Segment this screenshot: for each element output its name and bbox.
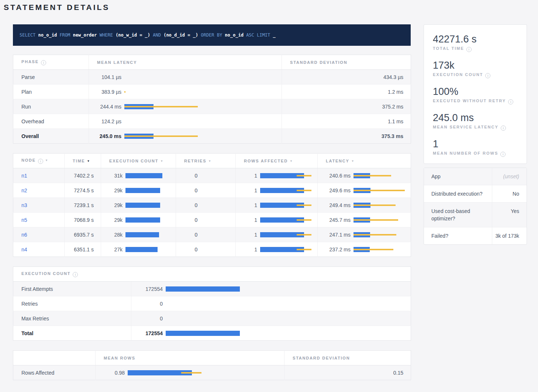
rows-bar bbox=[260, 232, 317, 237]
execution-count-title: EXECUTION COUNTi bbox=[13, 267, 411, 282]
phase-label: Overall bbox=[13, 129, 89, 144]
node-link[interactable]: n3 bbox=[21, 202, 27, 208]
node-count-value: 29k bbox=[101, 188, 123, 193]
exec-row-total: Total 172554 bbox=[13, 326, 411, 341]
phase-row-overall: Overall 245.0 ms 375.3 ms bbox=[13, 129, 411, 144]
sort-arrow-icon: ▼ bbox=[160, 159, 164, 163]
std-dev-value: 375.2 ms bbox=[282, 99, 411, 114]
node-link[interactable]: n6 bbox=[21, 232, 27, 238]
rows-affected-table: MEAN ROWS STANDARD DEVIATION Rows Affect… bbox=[13, 350, 411, 380]
mean-latency-column-header: MEAN LATENCY bbox=[89, 55, 282, 70]
stat-label-text: MEAN SERVICE LATENCY bbox=[433, 125, 499, 129]
node-link[interactable]: n5 bbox=[21, 217, 27, 223]
node-column-header[interactable]: NODEi▼ bbox=[13, 154, 65, 168]
count-bar bbox=[166, 301, 411, 306]
node-link[interactable]: n4 bbox=[21, 247, 27, 252]
node-rows-value: 1 bbox=[236, 173, 257, 179]
latency-bar bbox=[354, 217, 411, 223]
rows-affected-label: Rows Affected bbox=[13, 365, 96, 380]
latency-header-label: LATENCY bbox=[326, 159, 349, 163]
node-retries-value: 0 bbox=[176, 242, 236, 257]
sort-arrow-icon: ▼ bbox=[87, 159, 90, 163]
sql-statement: SELECT no_o_id FROM new_order WHERE (no_… bbox=[20, 32, 276, 38]
latency-bar bbox=[354, 173, 411, 178]
count-bar bbox=[125, 173, 176, 178]
rows-bar bbox=[260, 188, 317, 193]
detail-value: (unset) bbox=[492, 168, 527, 185]
node-rows-value: 1 bbox=[236, 188, 257, 193]
summary-stats-card: 42271.6 s TOTAL TIMEi 173k EXECUTION COU… bbox=[424, 24, 527, 164]
rows-affected-row: Rows Affected 0.98 0.15 bbox=[13, 365, 411, 380]
sql-statement-box: SELECT no_o_id FROM new_order WHERE (no_… bbox=[13, 24, 411, 46]
statement-details-page: STATEMENT DETAILS SELECT no_o_id FROM ne… bbox=[0, 0, 538, 390]
info-icon[interactable]: i bbox=[485, 73, 490, 78]
exec-row-value: 172554 bbox=[131, 330, 163, 336]
node-count-value: 28k bbox=[101, 232, 123, 238]
info-icon[interactable]: i bbox=[500, 152, 506, 157]
count-bar bbox=[125, 247, 176, 252]
node-retries-value: 0 bbox=[176, 183, 236, 198]
node-time-value: 7239.1 s bbox=[65, 198, 101, 213]
sql-token: WHERE bbox=[97, 32, 116, 38]
latency-column-header[interactable]: LATENCY▼ bbox=[318, 154, 411, 168]
info-icon[interactable]: i bbox=[501, 125, 506, 131]
rows-bar bbox=[260, 173, 317, 178]
sql-token: (no_d_id = _) bbox=[163, 32, 198, 38]
count-bar bbox=[166, 316, 411, 321]
std-dev-column-header: STANDARD DEVIATION bbox=[282, 55, 411, 70]
sql-token: AND bbox=[150, 32, 163, 38]
sort-arrow-icon: ▼ bbox=[45, 159, 49, 162]
phase-label: Run bbox=[13, 99, 89, 114]
node-rows-value: 1 bbox=[236, 232, 257, 238]
sort-arrow-icon: ▼ bbox=[351, 159, 355, 163]
execution-count-header: EXECUTION COUNTi bbox=[13, 267, 411, 282]
phase-row-plan: Plan 383.9 µs 1.2 ms bbox=[13, 85, 411, 99]
rows-affected-header-label: ROWS AFFECTED bbox=[244, 159, 288, 163]
node-link[interactable]: n1 bbox=[21, 173, 27, 179]
stat-label: EXECUTED WITHOUT RETRYi bbox=[433, 99, 518, 104]
node-row: n1 7402.2 s 31k 0 1 240.6 ms bbox=[13, 168, 411, 183]
detail-label: Used cost-based optimizer? bbox=[424, 203, 492, 227]
stat-value: 245.0 ms bbox=[433, 112, 518, 124]
rows-affected-column-header[interactable]: ROWS AFFECTED▼ bbox=[236, 154, 318, 168]
latency-bar bbox=[124, 119, 282, 124]
sql-token: ASC LIMIT bbox=[244, 32, 273, 38]
exec-row-first-attempts: First Attempts 172554 bbox=[13, 282, 411, 296]
stat-label-text: EXECUTED WITHOUT RETRY bbox=[433, 99, 506, 103]
stat-label-text: EXECUTION COUNT bbox=[433, 72, 483, 77]
stat-value: 1 bbox=[433, 138, 518, 150]
empty-header-cell bbox=[13, 351, 96, 365]
rows-bar bbox=[260, 247, 317, 252]
info-icon[interactable]: i bbox=[466, 47, 472, 52]
node-count-value: 31k bbox=[101, 173, 123, 179]
info-icon[interactable]: i bbox=[508, 99, 513, 104]
node-row: n2 7274.5 s 29k 0 1 249.6 ms bbox=[13, 183, 411, 198]
node-latency-value: 237.2 ms bbox=[318, 247, 351, 252]
detail-row-distributed-execution: Distributed execution? No bbox=[424, 185, 527, 202]
node-rows-value: 1 bbox=[236, 217, 257, 223]
retries-column-header[interactable]: RETRIES▼ bbox=[176, 154, 236, 168]
node-table-header: NODEi▼ TIME▼ EXECUTION COUNT▼ RETRIES▼ R… bbox=[13, 154, 411, 168]
detail-label: Failed? bbox=[424, 227, 492, 244]
detail-row-app: App (unset) bbox=[424, 168, 527, 185]
mean-latency-value: 104.1 µs bbox=[89, 74, 121, 80]
sql-token: ORDER BY bbox=[198, 32, 225, 38]
phase-label: Overhead bbox=[13, 114, 89, 129]
mean-latency-value: 383.9 µs bbox=[89, 89, 121, 95]
execution-count-title-label: EXECUTION COUNT bbox=[21, 271, 70, 276]
std-dev-value: 375.3 ms bbox=[282, 129, 411, 144]
detail-label: Distributed execution? bbox=[424, 185, 492, 202]
rows-bar bbox=[260, 203, 317, 208]
info-icon[interactable]: i bbox=[73, 272, 78, 277]
time-column-header[interactable]: TIME▼ bbox=[65, 154, 101, 168]
node-rows-value: 1 bbox=[236, 202, 257, 208]
mean-rows-value: 0.98 bbox=[96, 370, 125, 376]
info-icon[interactable]: i bbox=[41, 60, 46, 65]
sql-token: SELECT bbox=[20, 32, 38, 38]
node-link[interactable]: n2 bbox=[21, 188, 27, 193]
execution-count-column-header[interactable]: EXECUTION COUNT▼ bbox=[101, 154, 176, 168]
info-icon[interactable]: i bbox=[38, 159, 43, 164]
stat-label: MEAN NUMBER OF ROWSi bbox=[433, 151, 518, 157]
mean-latency-value: 244.4 ms bbox=[89, 104, 121, 110]
exec-row-label: Total bbox=[13, 326, 131, 341]
